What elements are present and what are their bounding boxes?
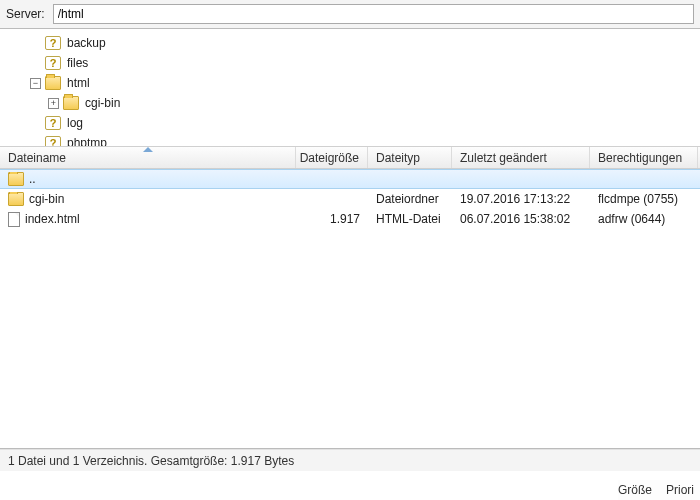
column-header-size[interactable]: Dateigröße <box>296 147 368 168</box>
folder-icon <box>45 76 61 90</box>
tree-item-cgi-bin[interactable]: +cgi-bin <box>2 93 700 113</box>
cell-modified: 06.07.2016 15:38:02 <box>452 212 590 226</box>
cell-perm: adfrw (0644) <box>590 212 698 226</box>
server-label: Server: <box>6 7 47 21</box>
cell-type: HTML-Datei <box>368 212 452 226</box>
expand-icon[interactable]: + <box>48 98 59 109</box>
footer-col-size: Größe <box>618 483 652 497</box>
column-header-modified[interactable]: Zuletzt geändert <box>452 147 590 168</box>
footer-col-priority: Priori <box>666 483 694 497</box>
file-list-body[interactable]: ..cgi-binDateiordner19.07.2016 17:13:22f… <box>0 169 700 448</box>
column-header-type[interactable]: Dateityp <box>368 147 452 168</box>
tree-item-backup[interactable]: ?backup <box>2 33 700 53</box>
tree-item-label: html <box>65 76 90 90</box>
tree-item-label: files <box>65 56 88 70</box>
file-name: .. <box>29 172 36 186</box>
unknown-folder-icon: ? <box>45 116 61 130</box>
tree-item-label: backup <box>65 36 106 50</box>
file-row[interactable]: index.html1.917HTML-Datei06.07.2016 15:3… <box>0 209 700 229</box>
tree-item-html[interactable]: −html <box>2 73 700 93</box>
footer-columns: Größe Priori <box>618 480 700 500</box>
file-row[interactable]: .. <box>0 169 700 189</box>
tree-item-phptmp[interactable]: ?phptmp <box>2 133 700 147</box>
cell-size: 1.917 <box>296 212 368 226</box>
cell-modified: 19.07.2016 17:13:22 <box>452 192 590 206</box>
tree-item-files[interactable]: ?files <box>2 53 700 73</box>
unknown-folder-icon: ? <box>45 56 61 70</box>
folder-tree[interactable]: ?backup?files−html+cgi-bin?log?phptmp <box>0 29 700 147</box>
column-header-name[interactable]: Dateiname <box>0 147 296 168</box>
folder-icon <box>8 192 24 206</box>
tree-item-label: cgi-bin <box>83 96 120 110</box>
unknown-folder-icon: ? <box>45 136 61 147</box>
tree-item-log[interactable]: ?log <box>2 113 700 133</box>
status-text: 1 Datei und 1 Verzeichnis. Gesamtgröße: … <box>8 454 294 468</box>
cell-perm: flcdmpe (0755) <box>590 192 698 206</box>
collapse-icon[interactable]: − <box>30 78 41 89</box>
file-row[interactable]: cgi-binDateiordner19.07.2016 17:13:22flc… <box>0 189 700 209</box>
folder-icon <box>8 172 24 186</box>
server-path-input[interactable] <box>53 4 694 24</box>
unknown-folder-icon: ? <box>45 36 61 50</box>
file-name: index.html <box>25 212 80 226</box>
folder-icon <box>63 96 79 110</box>
file-list-header: Dateiname Dateigröße Dateityp Zuletzt ge… <box>0 147 700 169</box>
tree-item-label: phptmp <box>65 136 107 147</box>
file-list: Dateiname Dateigröße Dateityp Zuletzt ge… <box>0 147 700 449</box>
file-name: cgi-bin <box>29 192 64 206</box>
cell-type: Dateiordner <box>368 192 452 206</box>
status-bar: 1 Datei und 1 Verzeichnis. Gesamtgröße: … <box>0 449 700 471</box>
tree-item-label: log <box>65 116 83 130</box>
column-header-permissions[interactable]: Berechtigungen <box>590 147 698 168</box>
file-icon <box>8 212 20 227</box>
server-bar: Server: <box>0 0 700 29</box>
